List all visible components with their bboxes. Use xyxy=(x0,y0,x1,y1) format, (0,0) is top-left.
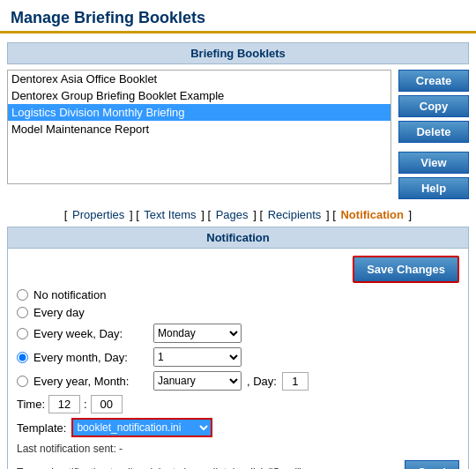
template-label: Template: xyxy=(17,421,66,435)
send-button[interactable]: Send xyxy=(405,460,459,469)
every-week-radio[interactable] xyxy=(17,328,28,339)
tabs-bar: [ Properties ] [ Text Items ] [ Pages ] … xyxy=(7,208,469,221)
every-day-radio[interactable] xyxy=(17,307,28,318)
time-minute-input[interactable] xyxy=(91,395,123,413)
view-button[interactable]: View xyxy=(398,152,469,174)
tab-text-items[interactable]: [ Text Items ] xyxy=(136,208,205,221)
create-button[interactable]: Create xyxy=(398,70,469,92)
booklets-section-header: Briefing Booklets xyxy=(7,42,469,64)
notification-header: Notification xyxy=(8,227,468,249)
last-notification: Last notification sent: - xyxy=(17,443,459,455)
list-item[interactable]: Dentorex Group Briefing Booklet Example xyxy=(8,87,390,104)
list-item[interactable]: Dentorex Asia Office Booklet xyxy=(8,71,390,87)
booklet-list[interactable]: Dentorex Asia Office Booklet Dentorex Gr… xyxy=(7,70,391,184)
every-month-radio[interactable] xyxy=(17,352,28,363)
tab-recipients[interactable]: [ Recipients ] xyxy=(259,208,329,221)
every-month-label: Every month, Day: xyxy=(33,351,148,364)
list-item[interactable]: Model Maintenance Report xyxy=(8,121,390,138)
save-changes-button[interactable]: Save Changes xyxy=(353,256,459,283)
tab-notification[interactable]: [ Notification ] xyxy=(332,208,412,221)
no-notification-radio[interactable] xyxy=(17,289,28,301)
help-button[interactable]: Help xyxy=(398,177,469,199)
tab-properties[interactable]: [ Properties ] xyxy=(64,208,133,221)
delete-button[interactable]: Delete xyxy=(398,121,469,143)
year-day-input[interactable] xyxy=(282,372,309,391)
template-select[interactable]: booklet_notification.ini default.ini xyxy=(71,418,212,437)
copy-button[interactable]: Copy xyxy=(398,95,469,117)
send-description: To send notification to all recipients i… xyxy=(17,466,304,470)
time-colon: : xyxy=(84,398,87,411)
every-week-label: Every week, Day: xyxy=(33,327,148,340)
week-day-select[interactable]: Monday Tuesday Wednesday Thursday Friday… xyxy=(153,324,242,343)
every-year-label: Every year, Month: xyxy=(33,375,148,388)
no-notification-label: No notification xyxy=(33,288,148,302)
list-item[interactable]: Logistics Division Monthly Briefing xyxy=(8,104,390,121)
time-hour-input[interactable] xyxy=(48,395,80,413)
day-label: , Day: xyxy=(247,375,277,388)
tab-pages[interactable]: [ Pages ] xyxy=(207,208,256,221)
year-month-select[interactable]: JanuaryFebruaryMarch AprilMayJune JulyAu… xyxy=(153,371,242,391)
every-day-label: Every day xyxy=(33,306,148,319)
time-label: Time: xyxy=(17,398,45,411)
notification-section: Notification Save Changes No notificatio… xyxy=(7,227,469,469)
every-year-radio[interactable] xyxy=(17,376,28,387)
page-title: Manage Briefing Booklets xyxy=(0,0,476,34)
month-day-select[interactable]: 1234 5678 9101520 25283031 xyxy=(153,347,242,367)
